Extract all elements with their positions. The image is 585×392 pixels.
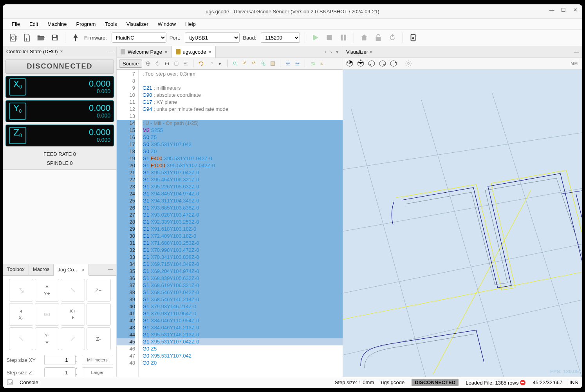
code-line[interactable]: G1 X70.998Y103.472Z-0 — [143, 247, 343, 254]
code-line[interactable]: G0 Z0 — [143, 148, 343, 155]
tb-redo-icon[interactable] — [207, 60, 214, 67]
jog-diag-dr[interactable] — [61, 327, 85, 350]
jog-diag-ur[interactable] — [61, 279, 85, 302]
menu-help[interactable]: Help — [182, 20, 199, 29]
close-button[interactable]: ✕ — [572, 7, 579, 13]
tb-indent-right-icon[interactable] — [294, 60, 301, 67]
code-line[interactable]: G1 X95.531Y107.042Z-0 — [143, 338, 343, 345]
dro-axis-x[interactable]: X00.0000.000 — [5, 76, 114, 98]
view-iso-icon[interactable] — [389, 59, 398, 68]
menu-edit[interactable]: Edit — [26, 20, 41, 29]
console-label[interactable]: Console — [20, 379, 38, 385]
tb-dropdown-icon[interactable]: ▾ — [216, 60, 223, 67]
code-line[interactable]: G1 X95.531Y107.042Z-0 — [143, 169, 343, 176]
tb-outline-icon[interactable] — [173, 60, 180, 67]
view-top-icon[interactable] — [356, 59, 365, 68]
side-tab-2[interactable]: Jog Co… × — [54, 264, 88, 276]
tb-undo-icon[interactable] — [197, 60, 204, 67]
code-line[interactable]: G1 X68.619Y106.321Z-0 — [143, 282, 343, 289]
tb-sort-desc-icon[interactable] — [318, 60, 325, 67]
open-file-icon[interactable] — [35, 32, 46, 43]
code-line[interactable]: G0 X95.531Y107.042 — [143, 352, 343, 359]
jog-z-plus[interactable]: Z+ — [87, 279, 111, 302]
code-line[interactable]: G1 X91.618Y103.18Z-0 — [143, 226, 343, 233]
code-line[interactable]: G1 X94.311Y104.349Z-0 — [143, 197, 343, 204]
code-line[interactable]: G1 X84.046Y110.954Z-0 — [143, 317, 343, 324]
tab-scroll-right-icon[interactable]: › — [330, 49, 332, 55]
view-front-icon[interactable] — [367, 59, 376, 68]
maximize-button[interactable]: ☐ — [560, 7, 567, 13]
firmware-select[interactable]: FluidNC — [112, 33, 166, 43]
units-button[interactable]: Millimeters — [82, 355, 113, 365]
larger-button[interactable]: Larger — [82, 367, 113, 377]
code-line[interactable]: G21 ; millimeters — [143, 85, 343, 92]
visualizer-minimize-icon[interactable]: — — [574, 49, 579, 55]
pendant-icon[interactable] — [408, 32, 419, 43]
code-line[interactable]: G1 X68.546Y107.042Z-0 — [143, 289, 343, 296]
code-line[interactable]: G1 X95.226Y105.632Z-0 — [143, 183, 343, 190]
side-tabs-minimize-icon[interactable]: — — [105, 264, 116, 275]
code-line[interactable] — [143, 113, 343, 120]
code-line[interactable]: G1 X79.93Y110.954Z-0 — [143, 310, 343, 317]
code-line[interactable]: G17 ; XY plane — [143, 99, 343, 106]
code-line[interactable]: G1 X92.339Y103.253Z-0 — [143, 219, 343, 226]
step-xy-input[interactable] — [44, 355, 76, 365]
code-area[interactable]: ; Tool step over: 0.3mm G21 ; millimeter… — [139, 70, 343, 377]
code-line[interactable]: G1 X71.688Y103.253Z-0 — [143, 240, 343, 247]
code-line[interactable]: G0 Z0 — [143, 359, 343, 367]
dro-close-icon[interactable]: × — [60, 49, 63, 54]
tb-mirror-icon[interactable] — [163, 60, 170, 67]
editor-tab-1[interactable]: ugs.gcode× — [172, 46, 216, 58]
save-icon[interactable] — [49, 32, 60, 43]
jog-diag-ul[interactable] — [9, 279, 33, 302]
view-side-icon[interactable] — [378, 59, 387, 68]
dro-axis-y[interactable]: Y00.0000.000 — [5, 100, 114, 122]
tb-rotate-icon[interactable] — [154, 60, 161, 67]
port-select[interactable]: ttyUSB1 — [185, 33, 240, 43]
code-line[interactable]: G1 X84.046Y146.213Z-0 — [143, 324, 343, 331]
code-line[interactable]: G0 Z5 — [143, 134, 343, 141]
menu-machine[interactable]: Machine — [44, 20, 70, 29]
run-button[interactable] — [310, 32, 321, 43]
code-line[interactable]: G1 X69.204Y104.974Z-0 — [143, 268, 343, 275]
code-line[interactable]: G1 X79.93Y146.214Z-0 — [143, 303, 343, 310]
jog-y-minus[interactable]: Y- — [35, 327, 59, 350]
code-line[interactable]: G1 X72.409Y103.18Z-0 — [143, 233, 343, 240]
tb-sort-asc-icon[interactable] — [309, 60, 316, 67]
minimize-button[interactable]: — — [548, 7, 555, 13]
dro-axis-z[interactable]: Z00.0000.000 — [5, 125, 114, 146]
unlock-icon[interactable] — [373, 32, 384, 43]
code-line[interactable]: G1 X93.685Y103.838Z-0 — [143, 204, 343, 211]
reset-icon[interactable] — [387, 32, 398, 43]
tb-replace-icon[interactable] — [260, 60, 267, 67]
tb-align-icon[interactable] — [182, 60, 189, 67]
side-tab-1[interactable]: Macros — [29, 264, 54, 275]
menu-file[interactable]: File — [9, 20, 23, 29]
code-line[interactable]: G94 ; units per minute feed rate mode — [143, 106, 343, 113]
tb-highlight-icon[interactable] — [269, 60, 276, 67]
jog-keyboard-icon[interactable] — [35, 303, 59, 326]
new-file-icon[interactable]: G0 — [7, 32, 18, 43]
source-button[interactable]: Source — [119, 60, 142, 68]
connect-icon[interactable] — [70, 32, 81, 43]
code-line[interactable]: G0 Z5 — [143, 345, 343, 352]
pause-button[interactable] — [338, 32, 349, 43]
menu-program[interactable]: Program — [73, 20, 99, 29]
step-z-input[interactable] — [44, 367, 76, 377]
view-settings-icon[interactable] — [404, 59, 413, 68]
code-line[interactable]: G0 X95.531Y107.042 — [143, 141, 343, 148]
dro-minimize-icon[interactable]: — — [108, 49, 113, 54]
home-icon[interactable] — [359, 32, 370, 43]
code-line[interactable]: G1 X93.028Y103.472Z-0 — [143, 211, 343, 219]
code-line[interactable]: ; Tool step over: 0.3mm — [143, 70, 343, 78]
visualizer-close-icon[interactable]: × — [370, 49, 373, 55]
code-line[interactable] — [143, 78, 343, 85]
side-tab-0[interactable]: Toolbox — [3, 264, 29, 275]
menu-tools[interactable]: Tools — [102, 20, 120, 29]
tb-translate-icon[interactable] — [144, 60, 152, 67]
tb-find-next-icon[interactable] — [250, 60, 257, 67]
code-line[interactable]: M3 S255 — [143, 127, 343, 134]
code-line[interactable]: G1 X68.839Y105.632Z-0 — [143, 275, 343, 282]
tb-find-prev-icon[interactable] — [241, 60, 248, 67]
jog-z-minus[interactable]: Z- — [87, 327, 111, 350]
